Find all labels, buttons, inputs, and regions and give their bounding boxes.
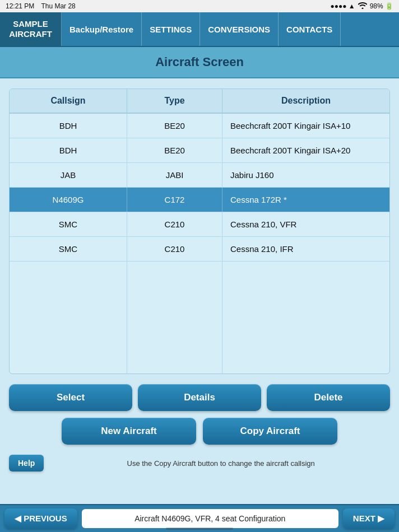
table-body: BDHBE20Beechcraft 200T Kingair ISA+10BDH…	[10, 114, 389, 262]
cell-description: Cessna 210, VFR	[222, 212, 389, 236]
footer-hint: Use the Copy Aircraft button to change t…	[52, 459, 390, 468]
table-row[interactable]: BDHBE20Beechcraft 200T Kingair ISA+20	[10, 138, 389, 163]
footer-area: Help Use the Copy Aircraft button to cha…	[0, 450, 399, 475]
cell-callsign: BDH	[10, 138, 127, 162]
battery-icon: 98% 🔋	[370, 2, 393, 10]
nav-settings[interactable]: SETTINGS	[142, 12, 200, 46]
cell-callsign: BDH	[10, 114, 127, 138]
col-header-callsign: Callsign	[10, 89, 127, 113]
cell-type: C210	[127, 237, 222, 261]
cell-callsign: SMC	[10, 237, 127, 261]
footer-top: Help Use the Copy Aircraft button to cha…	[9, 455, 390, 472]
status-bar: 12:21 PM Thu Mar 28 ●●●● ▲ 98% 🔋	[0, 0, 399, 12]
col-header-description: Description	[222, 89, 389, 113]
nav-bar: SAMPLE AIRCRAFT Backup/Restore SETTINGS …	[0, 12, 399, 47]
previous-button[interactable]: ◀ PREVIOUS	[4, 508, 77, 529]
table-row[interactable]: SMCC210Cessna 210, IFR	[10, 237, 389, 262]
cell-type: BE20	[127, 114, 222, 138]
cell-callsign: JAB	[10, 163, 127, 187]
signal-icon: ●●●● ▲	[330, 2, 355, 10]
cell-description: Cessna 172R *	[222, 188, 389, 212]
cell-description: Jabiru J160	[222, 163, 389, 187]
status-time: 12:21 PM	[6, 2, 34, 10]
table-row[interactable]: JABJABIJabiru J160	[10, 163, 389, 188]
action-buttons-row2: New Aircraft Copy Aircraft	[0, 416, 399, 450]
help-button[interactable]: Help	[9, 455, 44, 472]
cell-callsign: N4609G	[10, 188, 127, 212]
nav-brand[interactable]: SAMPLE AIRCRAFT	[0, 12, 62, 46]
cell-callsign: SMC	[10, 212, 127, 236]
next-button[interactable]: NEXT ▶	[343, 508, 395, 529]
table-header: Callsign Type Description	[10, 89, 389, 114]
cell-type: C172	[127, 188, 222, 212]
current-aircraft-display: Aircraft N4609G, VFR, 4 seat Configurati…	[82, 509, 338, 528]
cell-type: BE20	[127, 138, 222, 162]
table-empty-area	[10, 262, 389, 374]
cell-type: JABI	[127, 163, 222, 187]
table-row[interactable]: SMCC210Cessna 210, VFR	[10, 212, 389, 237]
col-header-type: Type	[127, 89, 222, 113]
table-row[interactable]: BDHBE20Beechcraft 200T Kingair ISA+10	[10, 114, 389, 138]
cell-description: Beechcraft 200T Kingair ISA+10	[222, 114, 389, 138]
new-aircraft-button[interactable]: New Aircraft	[62, 418, 196, 445]
table-row[interactable]: N4609GC172Cessna 172R *	[10, 188, 389, 212]
action-buttons-row1: Select Details Delete	[0, 380, 399, 416]
page-title: Aircraft Screen	[0, 47, 399, 78]
status-day: Thu Mar 28	[41, 2, 75, 10]
delete-button[interactable]: Delete	[267, 384, 390, 411]
aircraft-table: Callsign Type Description BDHBE20Beechcr…	[9, 88, 390, 374]
wifi-icon	[358, 2, 367, 11]
copy-aircraft-button[interactable]: Copy Aircraft	[203, 418, 337, 445]
cell-type: C210	[127, 212, 222, 236]
select-button[interactable]: Select	[9, 384, 132, 411]
cell-description: Beechcraft 200T Kingair ISA+20	[222, 138, 389, 162]
details-button[interactable]: Details	[138, 384, 261, 411]
nav-contacts[interactable]: CONTACTS	[279, 12, 341, 46]
nav-conversions[interactable]: CONVERSIONS	[200, 12, 279, 46]
nav-backup-restore[interactable]: Backup/Restore	[62, 12, 142, 46]
home-indicator	[166, 528, 233, 530]
cell-description: Cessna 210, IFR	[222, 237, 389, 261]
